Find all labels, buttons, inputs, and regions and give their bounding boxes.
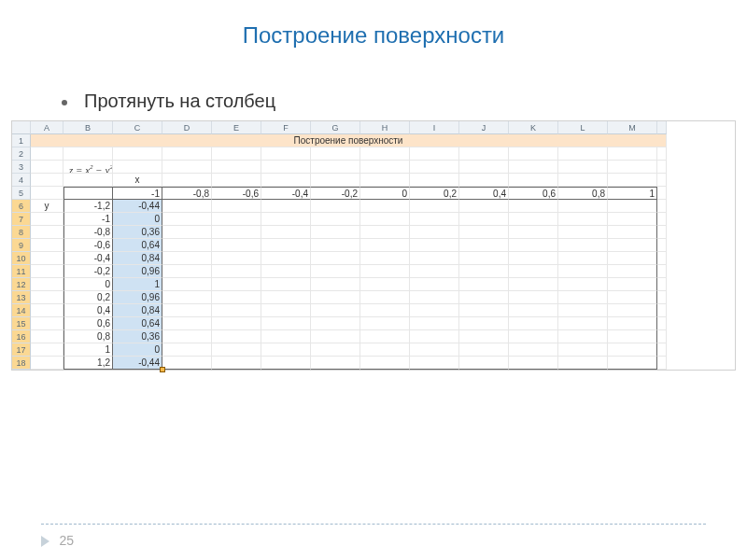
cell-L13[interactable] xyxy=(558,291,608,304)
cell-A2[interactable] xyxy=(31,147,63,161)
cell-M3[interactable] xyxy=(608,161,657,174)
cell-E14[interactable] xyxy=(212,304,261,317)
cell-M10[interactable] xyxy=(608,252,657,265)
col-header-M[interactable]: M xyxy=(608,121,657,134)
col-header-G[interactable]: G xyxy=(311,121,360,134)
cell-C14[interactable]: 0,84 xyxy=(113,304,162,317)
cell-F7[interactable] xyxy=(261,213,311,226)
cell-G11[interactable] xyxy=(311,265,360,278)
cell-E9[interactable] xyxy=(212,239,261,252)
cell-J9[interactable] xyxy=(459,239,509,252)
cell-H17[interactable] xyxy=(360,343,410,357)
cell-E7[interactable] xyxy=(212,213,261,226)
cell-E12[interactable] xyxy=(212,278,261,291)
cell-I10[interactable] xyxy=(410,252,459,265)
cell-G3[interactable] xyxy=(311,161,360,174)
row-header-13[interactable]: 13 xyxy=(12,291,31,304)
cell-L2[interactable] xyxy=(558,147,608,161)
cell-B7[interactable]: -1 xyxy=(63,213,113,226)
cell-E16[interactable] xyxy=(212,330,261,343)
cell-E8[interactable] xyxy=(212,226,261,239)
cell-H2[interactable] xyxy=(360,147,410,161)
cell-H4[interactable] xyxy=(360,174,410,187)
cell-J12[interactable] xyxy=(459,278,509,291)
spreadsheet[interactable]: ABCDEFGHIJKLM1Построение поверхности23z … xyxy=(11,120,736,371)
cell-B4[interactable] xyxy=(63,174,113,187)
cell-M8[interactable] xyxy=(608,226,657,239)
row-header-6[interactable]: 6 xyxy=(12,200,31,213)
cell-H13[interactable] xyxy=(360,291,410,304)
cell-F12[interactable] xyxy=(261,278,311,291)
cell-K14[interactable] xyxy=(509,304,558,317)
cell-G16[interactable] xyxy=(311,330,360,343)
cell-A7[interactable] xyxy=(31,213,63,226)
cell-E3[interactable] xyxy=(212,161,261,174)
cell-F4[interactable] xyxy=(261,174,311,187)
col-header-H[interactable]: H xyxy=(360,121,410,134)
cell-H8[interactable] xyxy=(360,226,410,239)
select-all-corner[interactable] xyxy=(12,121,31,134)
cell-B17[interactable]: 1 xyxy=(63,343,113,357)
cell-L4[interactable] xyxy=(558,174,608,187)
cell-J17[interactable] xyxy=(459,343,509,357)
cell-I18[interactable] xyxy=(410,357,459,370)
cell-C12[interactable]: 1 xyxy=(113,278,162,291)
cell-D18[interactable] xyxy=(162,357,212,370)
cell-D9[interactable] xyxy=(162,239,212,252)
cell-I3[interactable] xyxy=(410,161,459,174)
row-header-14[interactable]: 14 xyxy=(12,304,31,317)
cell-I12[interactable] xyxy=(410,278,459,291)
cell-D16[interactable] xyxy=(162,330,212,343)
col-header-F[interactable]: F xyxy=(261,121,311,134)
cell-A18[interactable] xyxy=(31,357,63,370)
cell-J3[interactable] xyxy=(459,161,509,174)
cell-B9[interactable]: -0,6 xyxy=(63,239,113,252)
cell-I11[interactable] xyxy=(410,265,459,278)
cell-I14[interactable] xyxy=(410,304,459,317)
cell-K7[interactable] xyxy=(509,213,558,226)
cell-D6[interactable] xyxy=(162,200,212,213)
cell-H18[interactable] xyxy=(360,357,410,370)
cell-G13[interactable] xyxy=(311,291,360,304)
row-header-8[interactable]: 8 xyxy=(12,226,31,239)
cell-L6[interactable] xyxy=(558,200,608,213)
cell-A3[interactable] xyxy=(31,161,63,174)
cell-A6[interactable]: y xyxy=(31,200,63,213)
cell-F8[interactable] xyxy=(261,226,311,239)
cell-L15[interactable] xyxy=(558,317,608,330)
cell-I5[interactable]: 0,2 xyxy=(410,187,459,200)
cell-A17[interactable] xyxy=(31,343,63,357)
cell-E2[interactable] xyxy=(212,147,261,161)
cell-A11[interactable] xyxy=(31,265,63,278)
cell-J15[interactable] xyxy=(459,317,509,330)
cell-L7[interactable] xyxy=(558,213,608,226)
cell-A8[interactable] xyxy=(31,226,63,239)
cell-L14[interactable] xyxy=(558,304,608,317)
cell-L5[interactable]: 0,8 xyxy=(558,187,608,200)
cell-G14[interactable] xyxy=(311,304,360,317)
cell-G12[interactable] xyxy=(311,278,360,291)
cell-K17[interactable] xyxy=(509,343,558,357)
cell-D13[interactable] xyxy=(162,291,212,304)
cell-F16[interactable] xyxy=(261,330,311,343)
cell-D10[interactable] xyxy=(162,252,212,265)
cell-K2[interactable] xyxy=(509,147,558,161)
cell-K5[interactable]: 0,6 xyxy=(509,187,558,200)
cell-A16[interactable] xyxy=(31,330,63,343)
cell-L17[interactable] xyxy=(558,343,608,357)
cell-B2[interactable] xyxy=(63,147,113,161)
cell-C9[interactable]: 0,64 xyxy=(113,239,162,252)
row-header-4[interactable]: 4 xyxy=(12,174,31,187)
cell-H6[interactable] xyxy=(360,200,410,213)
cell-K15[interactable] xyxy=(509,317,558,330)
cell-K10[interactable] xyxy=(509,252,558,265)
col-header-J[interactable]: J xyxy=(459,121,509,134)
col-header-C[interactable]: C xyxy=(113,121,162,134)
cell-J13[interactable] xyxy=(459,291,509,304)
cell-J18[interactable] xyxy=(459,357,509,370)
cell-C5[interactable]: -1 xyxy=(113,187,162,200)
cell-M18[interactable] xyxy=(608,357,657,370)
cell-E4[interactable] xyxy=(212,174,261,187)
cell-G5[interactable]: -0,2 xyxy=(311,187,360,200)
cell-J16[interactable] xyxy=(459,330,509,343)
